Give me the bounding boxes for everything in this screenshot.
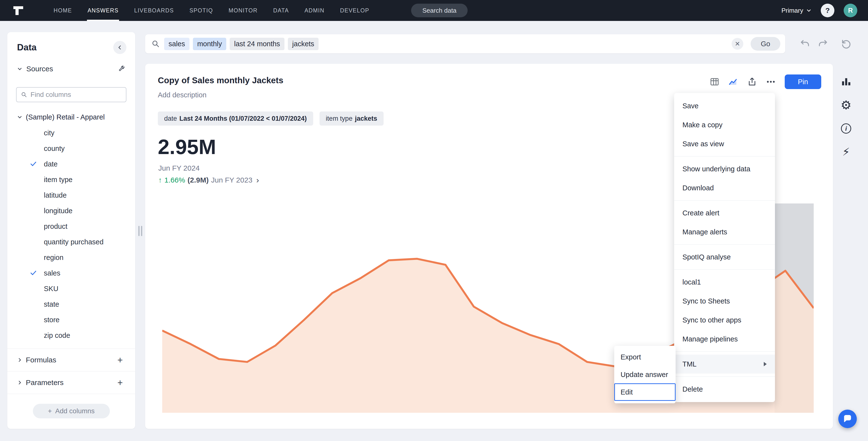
org-switcher[interactable]: Primary xyxy=(781,7,811,14)
submenu-item-edit[interactable]: Edit xyxy=(614,383,676,401)
submenu-item-export[interactable]: Export xyxy=(614,348,676,366)
nav-item-admin[interactable]: ADMIN xyxy=(297,0,332,21)
column-item-region[interactable]: region xyxy=(7,250,135,265)
column-item-latitude[interactable]: latitude xyxy=(7,188,135,203)
chat-support-button[interactable] xyxy=(838,410,857,428)
user-avatar[interactable]: R xyxy=(844,4,857,17)
settings-icon[interactable]: ⚙ xyxy=(840,99,852,111)
column-item-longitude[interactable]: longitude xyxy=(7,203,135,218)
menu-item-manage-alerts[interactable]: Manage alerts xyxy=(674,223,775,241)
more-options-icon[interactable] xyxy=(766,77,776,87)
clear-query-button[interactable]: ✕ xyxy=(732,38,743,49)
search-data-button[interactable]: Search data xyxy=(411,4,468,17)
panel-resize-handle[interactable] xyxy=(138,226,142,236)
column-name: sales xyxy=(44,269,60,277)
query-token-last-24-months[interactable]: last 24 months xyxy=(230,38,284,50)
column-item-quantity-purchased[interactable]: quantity purchased xyxy=(7,234,135,250)
source-table-row[interactable]: (Sample) Retail - Apparel xyxy=(7,113,135,121)
menu-item-label: TML xyxy=(682,360,696,368)
formulas-section[interactable]: Formulas + xyxy=(7,349,135,371)
menu-item-make-a-copy[interactable]: Make a copy xyxy=(674,115,775,134)
avatar-initial: R xyxy=(848,7,853,14)
menu-item-spotiq-analyse[interactable]: SpotIQ analyse xyxy=(674,247,775,267)
redo-icon[interactable] xyxy=(817,39,828,49)
menu-item-label: Sync to other apps xyxy=(682,316,741,324)
menu-item-download[interactable]: Download xyxy=(674,178,775,197)
menu-item-create-alert[interactable]: Create alert xyxy=(674,203,775,223)
find-columns-field[interactable] xyxy=(16,87,126,102)
column-item-date[interactable]: date xyxy=(7,156,135,172)
nav-item-monitor[interactable]: MONITOR xyxy=(221,0,265,21)
chevron-right-icon[interactable]: › xyxy=(256,175,259,185)
submenu-item-update-answer[interactable]: Update answer xyxy=(614,366,676,383)
menu-item-manage-pipelines[interactable]: Manage pipelines xyxy=(674,330,775,348)
thoughtspot-logo[interactable] xyxy=(13,5,24,16)
add-description[interactable]: Add description xyxy=(158,91,207,99)
history-icon[interactable] xyxy=(840,38,852,49)
main-nav: HOMEANSWERSLIVEBOARDSSPOTIQMONITORDATAAD… xyxy=(46,0,377,21)
help-icon: ? xyxy=(826,6,830,14)
nav-item-home[interactable]: HOME xyxy=(46,0,80,21)
menu-item-sync-to-sheets[interactable]: Sync to Sheets xyxy=(674,292,775,310)
query-token-sales[interactable]: sales xyxy=(164,38,189,50)
column-item-state[interactable]: state xyxy=(7,297,135,312)
nav-item-liveboards[interactable]: LIVEBOARDS xyxy=(126,0,182,21)
add-formula-button[interactable]: + xyxy=(115,354,125,365)
chevron-down-icon xyxy=(17,114,22,120)
undo-icon[interactable] xyxy=(800,39,810,49)
column-item-county[interactable]: county xyxy=(7,141,135,156)
menu-divider xyxy=(674,156,775,157)
menu-item-tml[interactable]: TML xyxy=(674,354,775,374)
menu-divider xyxy=(674,269,775,270)
info-icon[interactable]: i xyxy=(840,123,852,134)
add-columns-label: Add columns xyxy=(55,407,95,415)
query-token-jackets[interactable]: jackets xyxy=(288,38,318,50)
column-item-store[interactable]: store xyxy=(7,312,135,328)
wrench-icon[interactable] xyxy=(118,65,125,72)
table-view-icon[interactable] xyxy=(710,77,719,87)
chart-config-icon[interactable] xyxy=(840,76,852,88)
close-icon: ✕ xyxy=(735,40,740,48)
parameters-section[interactable]: Parameters + xyxy=(7,371,135,394)
nav-item-spotiq[interactable]: SPOTIQ xyxy=(182,0,221,21)
menu-item-local1[interactable]: local1 xyxy=(674,273,775,292)
column-name: longitude xyxy=(44,207,72,215)
query-token-monthly[interactable]: monthly xyxy=(193,38,226,50)
nav-item-develop[interactable]: DEVELOP xyxy=(332,0,377,21)
column-item-zip-code[interactable]: zip code xyxy=(7,328,135,343)
column-item-sku[interactable]: SKU xyxy=(7,281,135,297)
chart-view-icon[interactable] xyxy=(728,77,738,87)
menu-item-sync-to-other-apps[interactable]: Sync to other apps xyxy=(674,310,775,330)
column-item-product[interactable]: product xyxy=(7,218,135,234)
menu-item-save-as-view[interactable]: Save as view xyxy=(674,134,775,153)
menu-divider xyxy=(674,376,775,377)
menu-item-delete[interactable]: Delete xyxy=(674,380,775,399)
filter-label: item type xyxy=(326,115,353,123)
column-item-sales[interactable]: sales xyxy=(7,265,135,281)
share-icon[interactable] xyxy=(747,77,757,87)
column-item-item-type[interactable]: item type xyxy=(7,172,135,188)
tml-submenu: ExportUpdate answerEdit xyxy=(614,346,676,403)
menu-item-save[interactable]: Save xyxy=(674,96,775,115)
add-columns-button[interactable]: + Add columns xyxy=(33,404,110,418)
help-button[interactable]: ? xyxy=(821,4,834,17)
column-item-city[interactable]: city xyxy=(7,125,135,141)
go-button[interactable]: Go xyxy=(751,37,780,50)
query-bar[interactable]: salesmonthlylast 24 monthsjackets ✕ Go xyxy=(145,34,785,53)
filter-chip-date[interactable]: dateLast 24 Months (01/07/2022 < 01/07/2… xyxy=(158,111,313,126)
column-name: zip code xyxy=(44,332,70,340)
sources-section-header[interactable]: Sources xyxy=(7,65,135,73)
menu-item-show-underlying-data[interactable]: Show underlying data xyxy=(674,160,775,178)
kpi-change-row: ↑ 1.66% (2.9M) Jun FY 2023 › xyxy=(158,175,259,185)
add-parameter-button[interactable]: + xyxy=(115,377,125,388)
collapse-panel-button[interactable] xyxy=(113,41,126,54)
pin-button[interactable]: Pin xyxy=(785,74,821,89)
nav-item-data[interactable]: DATA xyxy=(266,0,297,21)
filter-chip-item-type[interactable]: item typejackets xyxy=(319,111,383,126)
menu-item-label: Make a copy xyxy=(682,121,722,129)
check-icon xyxy=(30,160,37,167)
search-icon xyxy=(152,40,160,48)
find-columns-input[interactable] xyxy=(30,91,122,99)
nav-item-answers[interactable]: ANSWERS xyxy=(80,0,126,21)
spotiq-lightning-icon[interactable]: ⚡ xyxy=(840,146,852,158)
